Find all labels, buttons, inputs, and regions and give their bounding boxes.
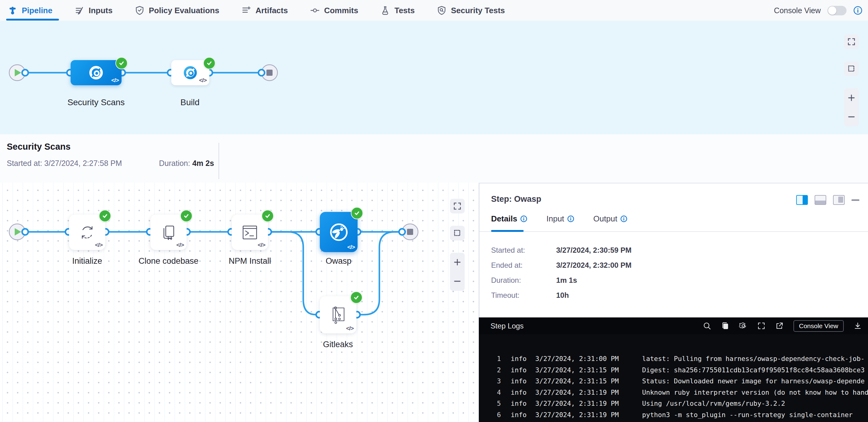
step-graph-canvas[interactable]: </> </> </> (0, 183, 479, 422)
stage-label[interactable]: Build (150, 98, 230, 107)
active-tab-underline (491, 230, 524, 232)
step-node-gitleaks[interactable]: </> (320, 296, 356, 333)
code-glyph: </> (95, 242, 102, 249)
step-node-owasp[interactable]: </> (320, 212, 358, 252)
commits-icon (310, 5, 320, 15)
tab-details[interactable]: Details (491, 214, 527, 224)
stage-label[interactable]: Security Scans (56, 98, 136, 107)
log-line: 6 info 3/27/2024, 2:31:19 PM python3 -m … (490, 410, 868, 421)
top-navigation: Pipeline Inputs Policy Evaluations Artif… (0, 0, 868, 22)
step-logs-title: Step Logs (491, 322, 524, 330)
detail-value: 1m 1s (556, 276, 632, 285)
pipeline-icon (8, 5, 18, 15)
zoom-out-button[interactable] (847, 113, 856, 121)
step-node-initialize[interactable]: </> (69, 215, 105, 250)
log-message: Unknown ruby interpreter version (do not… (642, 387, 868, 398)
tab-policy-evaluations[interactable]: Policy Evaluations (135, 5, 219, 15)
detail-label: Started at: (491, 246, 556, 255)
stage-node-security-scans[interactable]: </> (71, 60, 122, 85)
console-view-label: Console View (774, 6, 821, 15)
log-level: info (511, 376, 531, 387)
log-timestamp: 3/27/2024, 2:31:15 PM (535, 376, 635, 387)
tab-label: Details (491, 214, 517, 224)
log-line-number: 5 (490, 398, 501, 410)
step-label[interactable]: Gitleaks (292, 340, 384, 349)
npm-install-icon (241, 224, 259, 241)
owasp-icon (328, 221, 350, 243)
tab-artifacts[interactable]: Artifacts (241, 5, 288, 15)
step-detail-rows: Started at: 3/27/2024, 2:30:59 PM Ended … (491, 246, 632, 300)
tests-flask-icon (380, 5, 390, 15)
tab-security-tests[interactable]: Security Tests (437, 5, 505, 15)
copy-icon[interactable] (721, 322, 729, 330)
step-logs-body[interactable]: 1 info 3/27/2024, 2:31:00 PM latest: Pul… (479, 334, 868, 422)
tab-label: Policy Evaluations (149, 6, 219, 15)
ci-stage-icon (87, 64, 105, 82)
success-badge (180, 210, 192, 222)
info-icon (520, 215, 527, 222)
step-node-npm-install[interactable]: </> (232, 215, 268, 250)
layout-right-panel-button[interactable] (796, 195, 808, 205)
tab-pipeline[interactable]: Pipeline (8, 5, 53, 15)
layout-floating-panel-button[interactable] (833, 195, 845, 205)
download-icon[interactable] (854, 322, 862, 330)
log-level: info (511, 353, 531, 365)
tab-label: Tests (394, 6, 415, 15)
zoom-in-button[interactable] (453, 258, 461, 266)
log-message: Using /usr/local/rvm/gems/ruby-3.2.2 (642, 398, 785, 410)
detail-label: Ended at: (491, 261, 556, 269)
gitleaks-icon (329, 305, 347, 324)
zoom-out-button[interactable] (453, 277, 461, 285)
inputs-icon (74, 5, 84, 15)
minimize-panel-button[interactable] (851, 199, 859, 201)
step-node-clone-codebase[interactable]: </> (150, 215, 187, 250)
console-view-button[interactable]: Console View (794, 320, 844, 332)
console-view-toggle[interactable] (828, 6, 846, 15)
tab-label: Commits (324, 6, 358, 15)
detail-label: Duration: (491, 276, 556, 285)
log-line-number: 1 (490, 353, 501, 365)
stage-graph-wires (0, 21, 868, 134)
log-level: info (511, 365, 531, 376)
tab-commits[interactable]: Commits (310, 5, 358, 15)
log-line: 4 info 3/27/2024, 2:31:19 PM Unknown rub… (490, 387, 868, 398)
tab-input[interactable]: Input (546, 214, 574, 224)
log-message: Status: Downloaded newer image for harne… (642, 376, 865, 387)
search-icon[interactable] (703, 322, 711, 330)
tab-tests[interactable]: Tests (380, 5, 415, 15)
code-glyph: </> (347, 244, 355, 251)
code-glyph: </> (199, 77, 207, 84)
stage-duration: Duration: 4m 2s (159, 159, 214, 168)
fullscreen-button[interactable] (450, 199, 465, 214)
stage-graph-canvas[interactable]: </> </> Security Scans Build (0, 21, 868, 134)
fullscreen-button[interactable] (844, 34, 859, 49)
step-label[interactable]: Initialize (41, 256, 133, 266)
marquee-select-button[interactable] (450, 226, 465, 240)
layout-bottom-panel-button[interactable] (815, 195, 826, 205)
log-level: info (511, 398, 531, 410)
success-badge (203, 57, 215, 69)
security-tests-icon (437, 5, 446, 15)
settings-gear-icon[interactable] (739, 322, 747, 330)
log-message: Digest: sha256:7755011cdb13caf9f95051f8c… (642, 365, 865, 376)
step-label[interactable]: Clone codebase (122, 256, 215, 266)
step-label[interactable]: NPM Install (204, 256, 296, 266)
step-label[interactable]: Owasp (292, 256, 384, 266)
success-badge (350, 291, 363, 304)
code-glyph: </> (177, 242, 184, 249)
pipeline-execution-screen: Pipeline Inputs Policy Evaluations Artif… (0, 0, 868, 422)
log-message: latest: Pulling from harness/owasp-depen… (642, 353, 865, 365)
code-glyph: </> (112, 77, 119, 84)
duration-label: Duration: (159, 159, 190, 167)
tab-inputs[interactable]: Inputs (74, 5, 113, 15)
tab-output[interactable]: Output (593, 214, 627, 224)
marquee-select-button[interactable] (844, 61, 859, 76)
fullscreen-icon[interactable] (757, 322, 766, 330)
divider (219, 143, 219, 179)
log-timestamp: 3/27/2024, 2:31:19 PM (535, 387, 635, 398)
success-badge (351, 207, 363, 219)
zoom-in-button[interactable] (847, 94, 856, 102)
open-in-new-icon[interactable] (775, 322, 784, 330)
info-icon[interactable] (853, 6, 863, 15)
info-icon (567, 215, 574, 222)
